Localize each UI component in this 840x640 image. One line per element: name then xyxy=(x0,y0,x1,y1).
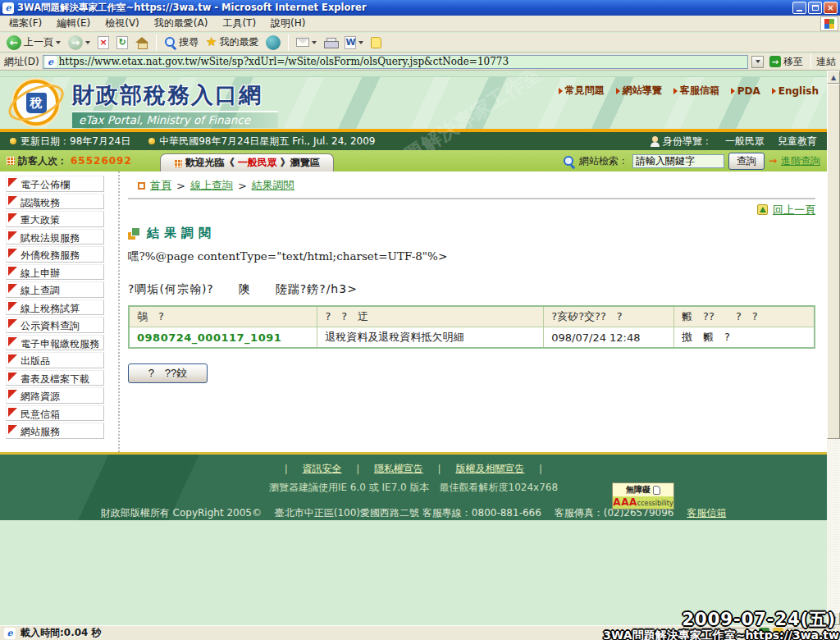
link-label: 網站導覽 xyxy=(623,84,662,98)
sidebar-item-bulletin[interactable]: 電子公佈欄 xyxy=(6,176,104,192)
menu-file[interactable]: 檔案(F) xyxy=(2,15,49,32)
discuss-button[interactable] xyxy=(368,36,384,49)
sidebar-item-tax-law[interactable]: 賦稅法規服務 xyxy=(6,229,104,245)
badge-top: 無障礙 xyxy=(613,483,673,496)
sidebar-item-site-service[interactable]: 網站服務 xyxy=(6,423,104,439)
favorites-star-icon: ★ xyxy=(206,36,217,48)
refresh-button[interactable]: ↻ xyxy=(114,35,130,50)
go-button[interactable]: → 移至 xyxy=(767,54,806,70)
back-dropdown-icon[interactable] xyxy=(56,41,61,44)
menu-help[interactable]: 說明(H) xyxy=(263,15,313,32)
identity-general-public[interactable]: 一般民眾 xyxy=(725,135,765,149)
sidebar-item-label: 認識稅務 xyxy=(21,197,60,208)
sidebar-item-online-apply[interactable]: 線上申辦 xyxy=(6,264,104,281)
sidebar-item-online-query[interactable]: 線上查調 xyxy=(6,281,104,298)
stop-button[interactable]: × xyxy=(95,35,112,50)
sidebar-item-opinion-mail[interactable]: 民意信箱 xyxy=(6,405,104,422)
sidebar-item-efiling[interactable]: 電子申報繳稅服務 xyxy=(6,335,104,351)
restore-button[interactable] xyxy=(808,2,822,14)
identity-children-edu[interactable]: 兒童教育 xyxy=(778,135,817,149)
link-sitemap[interactable]: 網站導覽 xyxy=(616,84,662,98)
link-english[interactable]: English xyxy=(772,84,819,98)
service-mail-link[interactable]: 客服信箱 xyxy=(687,507,726,519)
welcome-prefix: 歡迎光臨《 xyxy=(185,156,235,170)
print-button[interactable] xyxy=(322,37,340,48)
sidebar-item-label: 重大政策 xyxy=(21,214,60,226)
history-button[interactable] xyxy=(263,34,283,51)
address-dropdown-button[interactable] xyxy=(751,56,764,68)
breadcrumb-result-view[interactable]: 結果調閱 xyxy=(252,178,294,193)
menu-view[interactable]: 檢視(V) xyxy=(98,15,147,32)
back-button[interactable]: ← 上一頁 xyxy=(4,34,63,51)
sidebar-item-resources[interactable]: 網路資源 xyxy=(6,387,104,404)
link-pda[interactable]: PDA xyxy=(731,84,760,98)
home-button[interactable] xyxy=(133,35,151,49)
link-label: 客服信箱 xyxy=(680,84,719,98)
scroll-up-button[interactable]: ▲ xyxy=(827,71,840,84)
address-input[interactable] xyxy=(59,56,746,67)
close-button[interactable]: × xyxy=(824,2,838,14)
search-button[interactable]: 搜尋 xyxy=(162,34,201,50)
site-search-input[interactable] xyxy=(632,154,724,168)
sidebar-item-downloads[interactable]: 書表及檔案下載 xyxy=(6,370,104,386)
search-label: 搜尋 xyxy=(179,35,199,49)
sidebar-item-know-tax[interactable]: 認識稅務 xyxy=(6,194,104,210)
welcome-highlight: 一般民眾 xyxy=(238,156,277,170)
minimize-icon xyxy=(797,10,802,11)
forward-button[interactable]: → xyxy=(66,34,93,51)
edit-dropdown-icon[interactable] xyxy=(358,41,363,44)
accessibility-badge[interactable]: 無障礙 AAA ccessibility xyxy=(612,482,674,510)
table-header-row: 鵸 ? ? ? 迂 ?亥矽?交?? ? 毈 ?? ? ? xyxy=(129,306,815,327)
vertical-scrollbar[interactable]: ▲ ▼ xyxy=(827,71,840,625)
sidebar-item-policy[interactable]: 重大政策 xyxy=(6,211,104,227)
sidebar-item-label: 電子申報繳稅服務 xyxy=(21,338,99,350)
sidebar-item-publications[interactable]: 出版品 xyxy=(6,352,104,368)
breadcrumb-online-query[interactable]: 線上查詢 xyxy=(190,178,233,193)
flag-icon xyxy=(8,390,17,399)
mail-button[interactable] xyxy=(294,37,319,48)
menu-tools[interactable]: 工具(T) xyxy=(215,15,263,32)
sidebar-item-foreigner[interactable]: 外僑稅務服務 xyxy=(6,246,104,263)
scrollbar-thumb[interactable] xyxy=(827,84,840,439)
address-label: 網址(D) xyxy=(4,55,39,69)
flag-icon xyxy=(8,373,17,382)
forward-dropdown-icon[interactable] xyxy=(85,41,90,44)
link-faq[interactable]: 常見問題 xyxy=(559,84,605,98)
footer-link-privacy[interactable]: 隱私權宣告 xyxy=(374,463,423,474)
site-search-button[interactable]: 查詢 xyxy=(728,153,765,170)
triangle-icon xyxy=(673,88,678,94)
footer-link-security[interactable]: 資訊安全 xyxy=(303,463,342,474)
triangle-icon xyxy=(616,88,620,94)
flag-icon xyxy=(8,408,17,417)
minimize-button[interactable] xyxy=(792,2,806,14)
flag-icon xyxy=(8,425,17,434)
mail-dropdown-icon[interactable] xyxy=(312,41,317,44)
links-label[interactable]: 連結 xyxy=(816,55,836,69)
cell-record-id[interactable]: 0980724_000117_1091 xyxy=(129,327,317,349)
advanced-search-link[interactable]: 進階查詢 xyxy=(781,154,820,168)
sidebar-item-public-data[interactable]: 公示資料查詢 xyxy=(6,317,104,333)
cell-record-name: 退稅資料及退稅資料抵欠明細 xyxy=(317,327,544,349)
edit-button[interactable]: W xyxy=(342,35,366,50)
toolbar-separator xyxy=(288,34,289,51)
favorites-button[interactable]: ★ 我的最愛 xyxy=(203,34,261,50)
mail-icon xyxy=(296,38,309,47)
welcome-tab[interactable]: 歡迎光臨《 一般民眾 》瀏覽區 xyxy=(160,153,334,171)
footer-link-copyright[interactable]: 版權及相關宣告 xyxy=(455,463,524,474)
section-header: 結果調閱 xyxy=(128,226,815,241)
sidebar-item-tax-trial[interactable]: 線上稅務試算 xyxy=(6,299,104,316)
menu-favorites[interactable]: 我的最愛(A) xyxy=(147,15,216,32)
site-title: 財政部稅務入口網 xyxy=(72,80,262,110)
menu-edit[interactable]: 編輯(E) xyxy=(49,15,98,32)
back-link[interactable]: 回上一頁 xyxy=(773,203,815,216)
link-service-mail[interactable]: 客服信箱 xyxy=(673,84,719,98)
triangle-icon xyxy=(559,88,563,94)
sidebar-item-label: 網路資源 xyxy=(21,391,60,402)
action-button[interactable]: ? ??鉸 xyxy=(128,363,208,383)
etax-logo[interactable]: 稅 xyxy=(13,80,59,126)
update-date: 更新日期：98年7月24日 xyxy=(21,135,130,149)
visitor-counter: 訪客人次： 65526092 xyxy=(7,150,132,171)
record-id-link[interactable]: 0980724_000117_1091 xyxy=(137,331,281,344)
site-banner: 3WA問題解決專家工作室~https://3wa.tw 稅 財政部稅務入口網 e… xyxy=(0,77,827,129)
breadcrumb-home[interactable]: 首頁 xyxy=(150,178,171,193)
